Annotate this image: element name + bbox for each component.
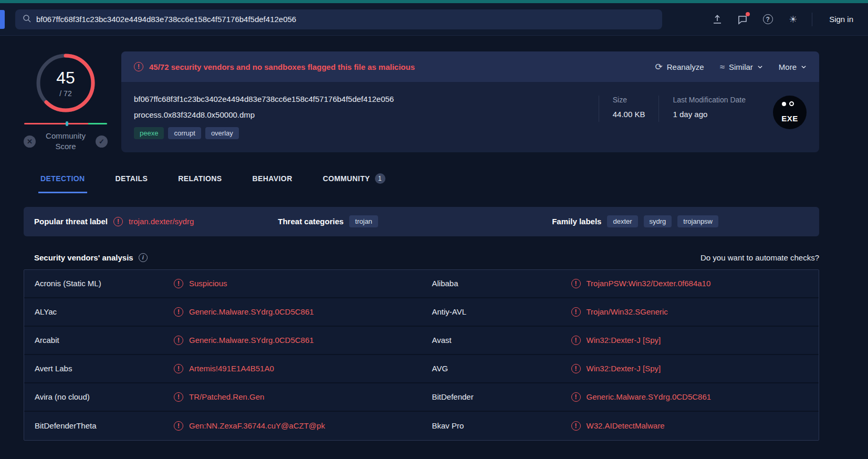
- exe-icon-ring: [789, 101, 794, 106]
- warning-icon: !: [174, 421, 183, 431]
- tab-details[interactable]: DETAILS: [113, 171, 150, 193]
- detection-result: ! Trojan/Win32.SGeneric: [571, 307, 819, 317]
- warning-icon: !: [134, 62, 143, 71]
- search-input[interactable]: [36, 15, 655, 24]
- vendor-result-cell: AVG ! Win32:Dexter-J [Spy]: [422, 364, 819, 373]
- tab-bar: DETECTION DETAILS RELATIONS BEHAVIOR COM…: [24, 171, 819, 193]
- detection-score-gauge: 45 / 72: [34, 51, 97, 114]
- summary-section: 45 / 72 ✕ Community Score ✓ ! 45/72 secu…: [24, 51, 819, 152]
- community-score-label: Community Score: [41, 131, 90, 152]
- warning-icon: !: [571, 364, 581, 373]
- tab-detection[interactable]: DETECTION: [38, 171, 87, 193]
- warning-icon: !: [174, 392, 183, 402]
- tab-community[interactable]: COMMUNITY 1: [321, 171, 388, 193]
- detection-result: ! Gen:NN.ZexaF.36744.cuY@aCZT@pk: [174, 421, 422, 431]
- threat-categories-group: Threat categories trojan: [278, 215, 378, 227]
- table-row: Acronis (Static ML) ! Suspicious Alibaba…: [24, 270, 819, 298]
- search-icon: [23, 14, 31, 25]
- score-total: / 72: [59, 89, 71, 98]
- table-row: Arcabit ! Generic.Malware.SYdrg.0CD5C861…: [24, 327, 819, 355]
- filetype-exe-icon: EXE: [773, 96, 807, 129]
- logo[interactable]: [0, 10, 5, 29]
- detection-result: ! TR/Patched.Ren.Gen: [174, 392, 422, 402]
- warning-icon: !: [174, 364, 183, 373]
- vendor-name: Acronis (Static ML): [35, 279, 174, 288]
- warning-icon: !: [174, 336, 183, 345]
- threat-summary-bar: Popular threat label ! trojan.dexter/syd…: [24, 207, 819, 236]
- theme-toggle-icon[interactable]: ☀: [787, 13, 799, 26]
- detection-text: TR/Patched.Ren.Gen: [189, 392, 264, 401]
- automate-checks-link[interactable]: Do you want to automate checks?: [700, 253, 819, 262]
- vendor-analysis-table: Acronis (Static ML) ! Suspicious Alibaba…: [24, 269, 819, 441]
- mod-date-label: Last Modification Date: [673, 96, 746, 104]
- family-sydrg[interactable]: sydrg: [644, 215, 672, 227]
- reanalyze-label: Reanalyze: [667, 62, 704, 71]
- tag-peexe[interactable]: peexe: [134, 127, 164, 139]
- detection-text: TrojanPSW:Win32/Dexter.0f684a10: [587, 279, 711, 288]
- vendor-result-cell: Avira (no cloud) ! TR/Patched.Ren.Gen: [24, 392, 422, 402]
- vote-down-icon[interactable]: ✕: [24, 135, 36, 148]
- score-scale-bar: [24, 123, 107, 124]
- help-icon[interactable]: ?: [761, 13, 774, 26]
- category-trojan[interactable]: trojan: [349, 215, 378, 227]
- warning-icon: !: [571, 392, 581, 402]
- file-hash: bf067ffc68f3f1c23bc3402e4494d83e738cc6e1…: [134, 95, 599, 103]
- main-content: 45 / 72 ✕ Community Score ✓ ! 45/72 secu…: [24, 51, 819, 441]
- file-summary-card: ! 45/72 security vendors and no sandboxe…: [121, 51, 819, 152]
- tab-behavior[interactable]: BEHAVIOR: [250, 171, 295, 193]
- table-row: Avert Labs ! Artemis!491E1A4B51A0 AVG ! …: [24, 355, 819, 383]
- file-meta: Size 44.00 KB Last Modification Date 1 d…: [599, 96, 807, 129]
- table-row: ALYac ! Generic.Malware.SYdrg.0CD5C861 A…: [24, 298, 819, 327]
- search-bar[interactable]: [15, 9, 662, 29]
- family-dexter[interactable]: dexter: [607, 215, 637, 227]
- family-trojanpsw[interactable]: trojanpsw: [677, 215, 718, 227]
- family-labels-label: Family labels: [552, 217, 601, 226]
- vendor-result-cell: Antiy-AVL ! Trojan/Win32.SGeneric: [422, 307, 819, 317]
- vendor-name: BitDefender: [432, 392, 571, 401]
- detection-result: ! Artemis!491E1A4B51A0: [174, 364, 422, 373]
- detection-text: Gen:NN.ZexaF.36744.cuY@aCZT@pk: [189, 421, 325, 430]
- similar-button[interactable]: ≈ Similar: [720, 62, 763, 71]
- vendor-name: Bkav Pro: [432, 421, 571, 430]
- threat-categories-label: Threat categories: [278, 217, 343, 226]
- score-marker: [66, 121, 68, 126]
- tab-relations[interactable]: RELATIONS: [176, 171, 224, 193]
- info-icon[interactable]: i: [139, 253, 148, 262]
- reanalyze-button[interactable]: ⟳ Reanalyze: [655, 62, 704, 71]
- popular-threat-value[interactable]: trojan.dexter/sydrg: [129, 217, 194, 226]
- file-size: Size 44.00 KB: [599, 96, 659, 119]
- upload-icon[interactable]: [711, 13, 724, 26]
- vote-up-icon[interactable]: ✓: [96, 135, 108, 148]
- detection-text: Trojan/Win32.SGeneric: [587, 307, 668, 316]
- comments-icon[interactable]: [736, 13, 749, 26]
- alert-text: 45/72 security vendors and no sandboxes …: [149, 62, 415, 71]
- similar-label: Similar: [729, 62, 753, 71]
- vendor-name: AVG: [432, 364, 571, 373]
- chevron-down-icon: [801, 64, 807, 70]
- size-value: 44.00 KB: [613, 110, 645, 119]
- vendor-result-cell: ALYac ! Generic.Malware.SYdrg.0CD5C861: [24, 307, 422, 317]
- analysis-title: Security vendors' analysis: [34, 253, 133, 262]
- tag-overlay[interactable]: overlay: [205, 127, 239, 139]
- vendor-name: Avast: [432, 336, 571, 345]
- detection-result: ! Win32:Dexter-J [Spy]: [571, 364, 819, 373]
- warning-icon: !: [571, 421, 581, 431]
- sign-in-button[interactable]: Sign in: [825, 15, 857, 24]
- score-value: 45: [56, 68, 75, 88]
- more-button[interactable]: More: [779, 62, 807, 71]
- detection-text: Suspicious: [189, 279, 227, 288]
- file-tags: peexe corrupt overlay: [134, 127, 599, 139]
- refresh-icon: ⟳: [655, 62, 662, 71]
- warning-icon: !: [113, 217, 123, 226]
- warning-icon: !: [571, 336, 581, 345]
- family-labels-group: Family labels dexter sydrg trojanpsw: [552, 215, 718, 227]
- vendor-result-cell: Alibaba ! TrojanPSW:Win32/Dexter.0f684a1…: [422, 279, 819, 288]
- tag-corrupt[interactable]: corrupt: [168, 127, 201, 139]
- notification-dot: [746, 12, 750, 16]
- navbar: ? ☀ Sign in: [0, 3, 868, 36]
- warning-icon: !: [571, 307, 581, 317]
- vendor-name: Avert Labs: [35, 364, 174, 373]
- vendor-result-cell: BitDefenderTheta ! Gen:NN.ZexaF.36744.cu…: [24, 421, 422, 431]
- detection-result: ! TrojanPSW:Win32/Dexter.0f684a10: [571, 279, 819, 288]
- vendor-name: Antiy-AVL: [432, 307, 571, 316]
